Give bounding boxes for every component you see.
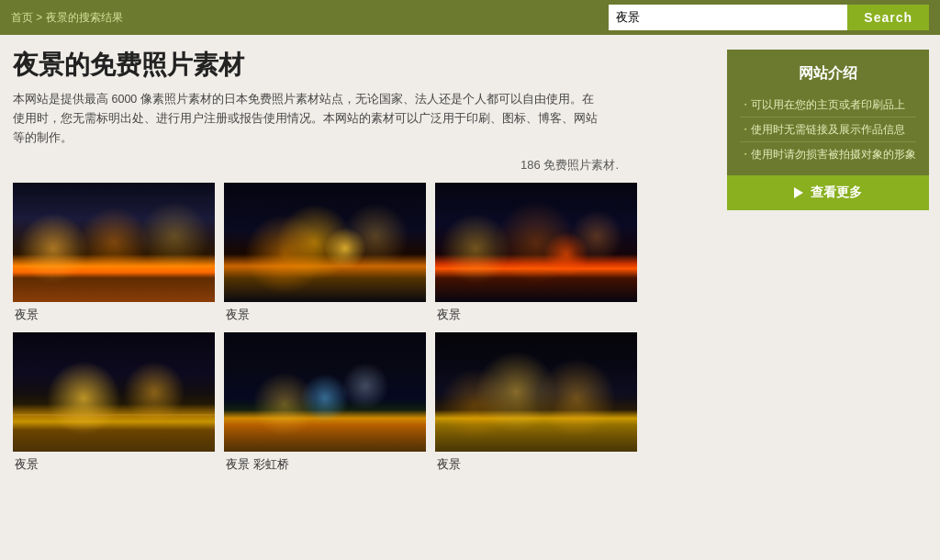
content-area: 夜景的免费照片素材 本网站是提供最高 6000 像素照片素材的日本免费照片素材站… (13, 50, 712, 473)
list-item: 夜景 (435, 332, 637, 473)
photo-thumbnail[interactable] (13, 332, 215, 452)
search-button[interactable]: Search (847, 5, 929, 30)
breadcrumb-current: 夜景的搜索结果 (46, 11, 123, 24)
photo-thumbnail[interactable] (224, 332, 426, 452)
play-icon (794, 187, 803, 198)
feature-item: 使用时请勿损害被拍摄对象的形象 (740, 142, 916, 166)
breadcrumb-separator: > (36, 11, 45, 24)
photo-thumbnail[interactable] (13, 183, 215, 302)
site-intro-list: 可以用在您的主页或者印刷品上 使用时无需链接及展示作品信息 使用时请勿损害被拍摄… (740, 93, 916, 166)
list-item: 夜景 (13, 183, 215, 323)
result-count: 186 免费照片素材. (13, 157, 619, 174)
photo-thumbnail[interactable] (224, 183, 426, 302)
photo-label: 夜景 (435, 456, 637, 473)
feature-item: 可以用在您的主页或者印刷品上 (740, 93, 916, 118)
breadcrumb-home-link[interactable]: 首页 (11, 11, 33, 24)
photo-label: 夜景 (13, 456, 215, 473)
photo-grid: 夜景 夜景 夜景 夜景 夜景 彩虹桥 夜景 (13, 183, 637, 473)
header: 首页 > 夜景的搜索结果 Search (0, 0, 940, 35)
list-item: 夜景 彩虹桥 (224, 332, 426, 473)
site-intro-box: 网站介绍 可以用在您的主页或者印刷品上 使用时无需链接及展示作品信息 使用时请勿… (727, 50, 929, 175)
sidebar: 网站介绍 可以用在您的主页或者印刷品上 使用时无需链接及展示作品信息 使用时请勿… (727, 50, 929, 473)
page-title: 夜景的免费照片素材 (13, 50, 712, 81)
search-form: Search (609, 5, 929, 30)
list-item: 夜景 (224, 183, 426, 323)
list-item: 夜景 (13, 332, 215, 473)
photo-thumbnail[interactable] (435, 332, 637, 452)
list-item: 夜景 (435, 183, 637, 323)
feature-item: 使用时无需链接及展示作品信息 (740, 118, 916, 142)
photo-label: 夜景 (435, 307, 637, 323)
photo-label: 夜景 (13, 307, 215, 323)
site-intro-title: 网站介绍 (740, 59, 916, 93)
search-input[interactable] (609, 5, 847, 30)
view-more-button[interactable]: 查看更多 (727, 175, 929, 210)
view-more-label: 查看更多 (811, 185, 862, 201)
photo-label: 夜景 彩虹桥 (224, 456, 426, 473)
main-wrapper: 夜景的免费照片素材 本网站是提供最高 6000 像素照片素材的日本免费照片素材站… (0, 35, 940, 487)
breadcrumb: 首页 > 夜景的搜索结果 (11, 10, 123, 26)
photo-label: 夜景 (224, 307, 426, 323)
photo-thumbnail[interactable] (435, 183, 637, 302)
page-description: 本网站是提供最高 6000 像素照片素材的日本免费照片素材站点，无论国家、法人还… (13, 90, 600, 149)
